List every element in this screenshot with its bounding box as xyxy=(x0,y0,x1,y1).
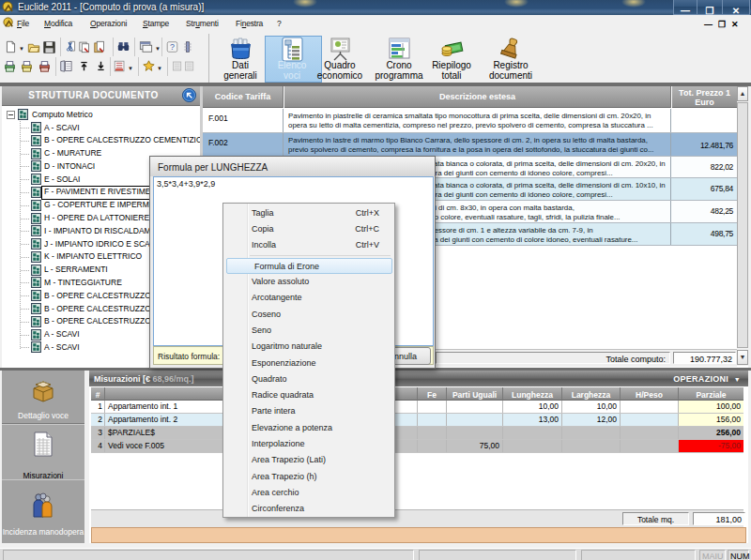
svg-text:?: ? xyxy=(170,42,175,52)
